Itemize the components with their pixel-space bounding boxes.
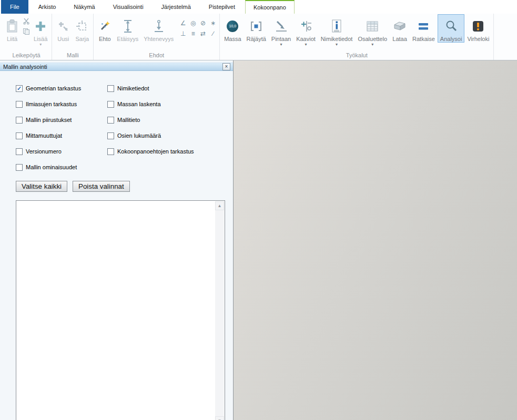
ribbon-tab-bar: File Arkisto Näkymä Visualisointi Järjes…	[0, 0, 517, 14]
angle-condition-icon[interactable]: ∠	[178, 18, 188, 28]
ribbon-group-clipboard: Liitä Lisää ▾ Leikepöytä	[1, 14, 52, 60]
check-label: Nimiketiedot	[117, 85, 149, 93]
solve-button[interactable]: Ratkaise	[410, 14, 438, 43]
check-model-properties[interactable]: Mallin ominaisuudet	[16, 163, 107, 179]
panel-title: Mallin analysointi	[3, 64, 47, 70]
item-data-dropdown-caret-icon[interactable]: ▾	[336, 42, 338, 47]
tab-pistepilvet[interactable]: Pistepilvet	[201, 0, 243, 14]
check-label: Mallitieto	[117, 116, 140, 124]
copy-icon[interactable]	[22, 27, 31, 36]
tab-visualisointi[interactable]: Visualisointi	[105, 0, 151, 14]
load-label: Lataa	[392, 36, 407, 42]
opposed-condition-icon[interactable]: ⇄	[198, 28, 208, 38]
check-label: Ilmiasujen tarkastus	[26, 100, 77, 108]
tab-jarjestelma[interactable]: Järjestelmä	[154, 0, 199, 14]
tab-arkisto[interactable]: Arkisto	[31, 0, 64, 14]
scroll-up-icon[interactable]: ▲	[215, 201, 224, 210]
check-mass-calculation[interactable]: Massan laskenta	[107, 100, 194, 116]
coincidence-button[interactable]: Yhtenevyys	[141, 14, 176, 43]
checkbox[interactable]	[16, 164, 23, 171]
list-scrollbar[interactable]: ▲ ▼	[215, 201, 224, 420]
check-label: Versionumero	[26, 148, 62, 156]
tab-kokoonpano[interactable]: Kokoonpano	[245, 0, 295, 14]
close-icon[interactable]: ×	[222, 63, 230, 70]
workspace-canvas[interactable]	[234, 60, 517, 420]
check-model-drawings[interactable]: Mallin piirustukset	[16, 116, 107, 132]
checkbox-checked[interactable]: ✓	[16, 85, 23, 92]
explode-icon	[249, 16, 263, 36]
to-surface-button[interactable]: Pintaan ▾	[269, 14, 293, 47]
checkbox[interactable]	[16, 148, 23, 155]
part-list-dropdown-caret-icon[interactable]: ▾	[371, 42, 373, 47]
mass-button[interactable]: 10,0 Massa	[221, 14, 244, 43]
ribbon-group-tools: 10,0 Massa Räjäytä Pintaan ▾	[220, 14, 494, 60]
add-dropdown-caret-icon[interactable]: ▾	[39, 42, 42, 47]
tab-file[interactable]: File	[1, 0, 28, 14]
item-data-button[interactable]: Nimiketiedot ▾	[318, 14, 356, 47]
parallel-condition-icon[interactable]: ≡	[188, 28, 198, 38]
to-surface-dropdown-caret-icon[interactable]: ▾	[280, 42, 282, 47]
checkbox[interactable]	[107, 132, 114, 139]
checkbox[interactable]	[16, 117, 23, 124]
checkbox[interactable]	[107, 117, 114, 124]
clear-selections-button[interactable]: Poista valinnat	[73, 181, 130, 192]
part-list-button[interactable]: Osaluettelo ▾	[355, 14, 390, 47]
ribbon-group-conditions: Ehto Etäisyys Yhtenevyys ∠ ◎ ⊘ ∗ ⊥ ≡	[94, 14, 220, 60]
cut-scissors-icon[interactable]	[22, 17, 31, 25]
check-version-number[interactable]: Versionumero	[16, 148, 107, 163]
checkbox[interactable]	[107, 101, 114, 108]
check-dimension-variables[interactable]: Mittamuuttujat	[16, 132, 107, 148]
coincidence-icon	[152, 16, 166, 36]
check-part-count[interactable]: Osien lukumäärä	[107, 132, 194, 148]
tangent-condition-icon[interactable]: ⊘	[198, 18, 208, 28]
condition-button[interactable]: Ehto	[95, 14, 114, 43]
panel-buttons: Valitse kaikki Poista valinnat	[16, 181, 233, 192]
new-corner-icon	[56, 16, 70, 36]
series-button[interactable]: Sarja	[73, 14, 92, 43]
mass-label: Massa	[224, 36, 241, 42]
select-all-button[interactable]: Valitse kaikki	[16, 181, 67, 192]
check-label: Geometrian tarkastus	[26, 85, 81, 93]
check-appearances[interactable]: Ilmiasujen tarkastus	[16, 100, 107, 116]
load-button[interactable]: Lataa	[390, 14, 410, 43]
pattern-condition-icon[interactable]: ∗	[208, 18, 218, 28]
slash-condition-icon[interactable]: ∕	[208, 28, 218, 38]
checkbox[interactable]	[16, 101, 23, 108]
group-label-model: Malli	[54, 52, 92, 60]
explode-label: Räjäytä	[247, 36, 266, 42]
checkbox[interactable]	[107, 148, 114, 155]
diagrams-label: Kaaviot	[296, 36, 316, 42]
check-label: Mallin piirustukset	[26, 116, 72, 124]
check-assembly-conditions[interactable]: Kokoonpanoehtojen tarkastus	[107, 148, 194, 163]
check-item-data[interactable]: Nimiketiedot	[107, 85, 194, 100]
error-log-button[interactable]: Virheloki	[464, 14, 492, 43]
item-data-info-icon	[331, 16, 342, 36]
check-column-2: Nimiketiedot Massan laskenta Mallitieto …	[107, 85, 194, 179]
analysis-results-list[interactable]: ▲ ▼	[16, 200, 225, 420]
diagrams-dropdown-caret-icon[interactable]: ▾	[305, 42, 307, 47]
explode-button[interactable]: Räjäytä	[244, 14, 269, 43]
analyze-button[interactable]: Analysoi	[438, 14, 465, 43]
add-label: Lisää	[34, 36, 47, 42]
tab-nakyma[interactable]: Näkymä	[66, 0, 103, 14]
error-log-exclamation-icon	[472, 16, 484, 36]
checkbox[interactable]	[16, 132, 23, 139]
part-list-table-icon	[366, 16, 379, 36]
concentric-condition-icon[interactable]: ◎	[188, 18, 198, 28]
paste-button[interactable]: Liitä	[3, 14, 22, 43]
add-button[interactable]: Lisää ▾	[31, 14, 50, 47]
scroll-down-icon[interactable]: ▼	[215, 416, 224, 420]
check-label: Mallin ominaisuudet	[26, 163, 77, 171]
perpendicular-condition-icon[interactable]: ⊥	[178, 28, 188, 38]
plus-icon	[34, 16, 47, 36]
check-label: Massan laskenta	[117, 100, 161, 108]
check-label: Mittamuuttujat	[26, 132, 62, 140]
check-geometry[interactable]: ✓ Geometrian tarkastus	[16, 85, 107, 100]
checkbox[interactable]	[107, 85, 114, 92]
new-button[interactable]: Uusi	[54, 14, 73, 43]
check-model-info[interactable]: Mallitieto	[107, 116, 194, 132]
check-columns: ✓ Geometrian tarkastus Ilmiasujen tarkas…	[16, 85, 233, 179]
group-label-tools: Työkalut	[221, 52, 492, 60]
diagrams-button[interactable]: Kaaviot ▾	[293, 14, 318, 47]
distance-button[interactable]: Etäisyys	[114, 14, 141, 43]
